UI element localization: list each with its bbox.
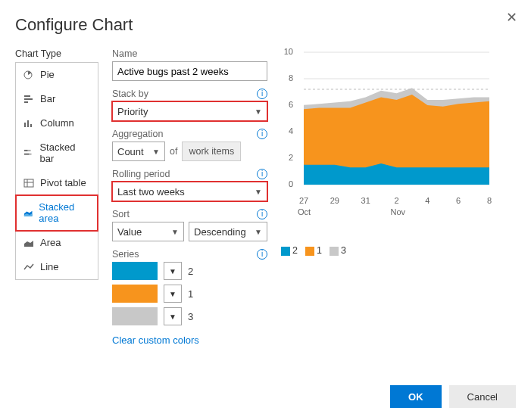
chart-type-label: Chart Type: [15, 48, 98, 59]
info-icon[interactable]: i: [257, 129, 267, 139]
stackedarea-icon: [23, 208, 33, 217]
x-tick-label: 8: [479, 196, 499, 205]
aggregation-value: Count: [117, 146, 144, 157]
legend-swatch: [281, 247, 290, 256]
y-tick-label: 8: [281, 73, 293, 82]
x-tick-label: 27: [294, 196, 314, 205]
chevron-down-icon: ▼: [171, 228, 179, 236]
x-tick-label: 6: [448, 196, 468, 205]
x-tick-label: 2: [387, 196, 407, 205]
series-color-picker[interactable]: ▼: [164, 307, 182, 325]
series-label: 2: [188, 266, 193, 277]
chart-type-label: Pivot table: [40, 177, 86, 188]
ok-button[interactable]: OK: [390, 385, 442, 408]
chart-type-stackedbar[interactable]: Stacked bar: [16, 135, 98, 171]
chart-type-label: Pie: [40, 69, 55, 80]
info-icon[interactable]: i: [257, 169, 267, 179]
rolling-label: Rolling period: [112, 169, 170, 179]
chevron-down-icon: ▼: [255, 228, 262, 236]
info-icon[interactable]: i: [257, 89, 267, 99]
pivot-icon: [23, 179, 34, 188]
close-icon[interactable]: ✕: [506, 9, 517, 26]
of-label: of: [170, 146, 177, 157]
series-row: ▼3: [112, 307, 267, 325]
chart-type-area[interactable]: Area: [16, 231, 98, 255]
y-tick-label: 2: [281, 153, 293, 162]
chart-type-column[interactable]: Column: [16, 111, 98, 135]
cancel-button[interactable]: Cancel: [449, 385, 516, 408]
sort-dir-select[interactable]: Descending▼: [189, 222, 267, 241]
aggregation-select[interactable]: Count▼: [112, 142, 165, 161]
svg-rect-6: [30, 124, 32, 127]
chevron-down-icon: ▼: [152, 148, 160, 156]
chart-type-label: Stacked area: [39, 201, 90, 224]
y-tick-label: 0: [281, 179, 293, 188]
chevron-down-icon: ▼: [255, 188, 262, 196]
chevron-down-icon: ▼: [255, 107, 262, 116]
x-month-label: Oct: [298, 207, 311, 216]
legend-item: 1: [305, 245, 322, 256]
stackby-value: Priority: [117, 106, 148, 117]
legend-item: 3: [330, 245, 346, 256]
rolling-select[interactable]: Last two weeks▼: [112, 182, 267, 201]
series-color-picker[interactable]: ▼: [164, 285, 182, 303]
svg-rect-4: [24, 123, 26, 127]
svg-rect-5: [27, 120, 29, 127]
chart-type-label: Column: [40, 117, 74, 129]
rolling-value: Last two weeks: [117, 186, 185, 198]
name-input[interactable]: [112, 61, 267, 81]
x-tick-label: 31: [356, 196, 376, 205]
chart-preview: 0246810 2729312468OctNov: [281, 48, 493, 215]
sort-field-value: Value: [117, 226, 142, 238]
series-label: 3: [188, 311, 193, 322]
series-label: 1: [188, 288, 193, 300]
x-month-label: Nov: [391, 207, 406, 216]
area-icon: [23, 238, 34, 247]
sort-field-select[interactable]: Value▼: [112, 222, 184, 241]
info-icon[interactable]: i: [257, 249, 267, 260]
chart-type-pivot[interactable]: Pivot table: [16, 171, 98, 195]
svg-rect-9: [24, 154, 30, 155]
x-tick-label: 4: [417, 196, 437, 205]
series-color-swatch[interactable]: [112, 262, 158, 280]
chart-type-label: Line: [40, 261, 59, 272]
clear-colors-link[interactable]: Clear custom colors: [112, 334, 199, 346]
y-tick-label: 6: [281, 100, 293, 109]
chart-type-bar[interactable]: Bar: [16, 87, 98, 111]
legend-swatch: [305, 247, 314, 256]
svg-rect-10: [30, 154, 32, 155]
sort-dir-value: Descending: [194, 226, 246, 238]
stackby-select[interactable]: Priority▼: [112, 101, 267, 121]
svg-rect-8: [28, 150, 31, 151]
legend-item: 2: [281, 245, 298, 256]
info-icon[interactable]: i: [257, 209, 267, 219]
legend-swatch: [330, 247, 339, 256]
name-label: Name: [112, 48, 137, 59]
y-tick-label: 10: [281, 47, 293, 56]
chart-type-stackedarea[interactable]: Stacked area: [16, 195, 98, 231]
svg-rect-7: [24, 150, 28, 151]
series-color-picker[interactable]: ▼: [164, 262, 182, 280]
bar-icon: [23, 95, 34, 104]
svg-rect-11: [24, 179, 33, 187]
pie-icon: [23, 70, 34, 79]
of-readonly: work items: [182, 142, 241, 161]
y-tick-label: 4: [281, 126, 293, 135]
svg-rect-2: [24, 98, 33, 100]
chart-type-label: Stacked bar: [39, 142, 90, 164]
column-icon: [23, 119, 34, 128]
series-color-swatch[interactable]: [112, 285, 158, 303]
chart-legend: 213: [281, 245, 516, 256]
series-label: Series: [112, 249, 139, 260]
stackby-label: Stack by: [112, 89, 148, 99]
aggregation-label: Aggregation: [112, 129, 163, 139]
svg-rect-3: [24, 101, 28, 103]
series-color-swatch[interactable]: [112, 307, 158, 325]
series-row: ▼2: [112, 262, 267, 280]
chart-type-label: Area: [40, 237, 61, 248]
chart-type-pie[interactable]: Pie: [16, 63, 98, 87]
svg-rect-1: [24, 95, 30, 97]
chart-type-label: Bar: [40, 93, 55, 104]
chart-type-line[interactable]: Line: [16, 255, 98, 279]
series-row: ▼1: [112, 285, 267, 303]
